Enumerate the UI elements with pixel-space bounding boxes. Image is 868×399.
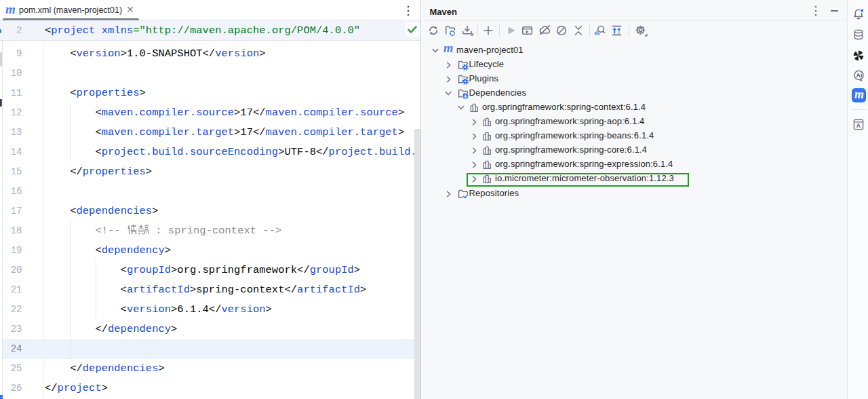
svg-text:A: A	[856, 122, 861, 129]
svg-text:Ai: Ai	[856, 72, 862, 79]
